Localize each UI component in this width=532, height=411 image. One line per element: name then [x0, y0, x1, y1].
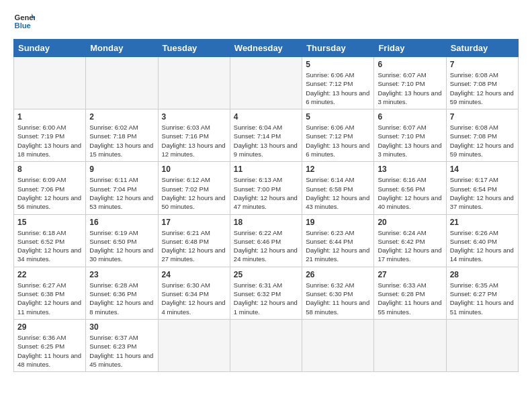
- calendar-cell: 6Sunrise: 6:07 AMSunset: 7:10 PMDaylight…: [374, 109, 446, 162]
- day-info: Sunrise: 6:22 AMSunset: 6:46 PMDaylight:…: [234, 228, 298, 264]
- day-number: 5: [306, 60, 370, 69]
- calendar-cell: 30Sunrise: 6:37 AMSunset: 6:23 PMDayligh…: [86, 319, 158, 371]
- day-info: Sunrise: 6:02 AMSunset: 7:18 PMDaylight:…: [89, 123, 154, 158]
- day-number: 1: [17, 112, 82, 122]
- day-info: Sunrise: 6:06 AMSunset: 7:12 PMDaylight:…: [306, 71, 370, 106]
- day-number: 5: [306, 112, 370, 122]
- day-number: 26: [306, 270, 370, 279]
- day-number: 28: [450, 270, 515, 279]
- day-info: Sunrise: 6:35 AMSunset: 6:27 PMDaylight:…: [450, 281, 515, 316]
- day-info: Sunrise: 6:18 AMSunset: 6:52 PMDaylight:…: [17, 228, 82, 264]
- calendar-cell: 12Sunrise: 6:14 AMSunset: 6:58 PMDayligh…: [302, 162, 374, 214]
- day-number: 13: [378, 165, 442, 174]
- day-info: Sunrise: 6:16 AMSunset: 6:56 PMDaylight:…: [378, 175, 442, 211]
- day-info: Sunrise: 6:08 AMSunset: 7:08 PMDaylight:…: [450, 123, 515, 158]
- day-info: Sunrise: 6:08 AMSunset: 7:08 PMDaylight:…: [450, 71, 515, 106]
- calendar-cell: 20Sunrise: 6:24 AMSunset: 6:42 PMDayligh…: [374, 214, 446, 267]
- calendar-cell: 18Sunrise: 6:22 AMSunset: 6:46 PMDayligh…: [230, 214, 302, 267]
- weekday-header-tuesday: Tuesday: [158, 40, 230, 57]
- day-number: 23: [89, 270, 154, 279]
- calendar-cell: 7Sunrise: 6:08 AMSunset: 7:08 PMDaylight…: [446, 109, 518, 162]
- weekday-header-wednesday: Wednesday: [230, 40, 302, 57]
- weekday-header-friday: Friday: [374, 40, 446, 57]
- calendar-cell: 23Sunrise: 6:28 AMSunset: 6:36 PMDayligh…: [86, 267, 158, 319]
- day-info: Sunrise: 6:17 AMSunset: 6:54 PMDaylight:…: [450, 175, 515, 211]
- calendar-cell: [86, 57, 158, 109]
- day-number: 17: [162, 218, 226, 227]
- day-info: Sunrise: 6:07 AMSunset: 7:10 PMDaylight:…: [378, 71, 442, 106]
- calendar-cell: [302, 319, 374, 371]
- day-info: Sunrise: 6:37 AMSunset: 6:23 PMDaylight:…: [89, 333, 154, 369]
- day-number: 6: [378, 112, 442, 122]
- header: General Blue: [13, 11, 519, 32]
- calendar-cell: 28Sunrise: 6:35 AMSunset: 6:27 PMDayligh…: [446, 267, 518, 319]
- day-info: Sunrise: 6:32 AMSunset: 6:30 PMDaylight:…: [306, 281, 370, 316]
- calendar-cell: 11Sunrise: 6:13 AMSunset: 7:00 PMDayligh…: [230, 162, 302, 214]
- day-info: Sunrise: 6:28 AMSunset: 6:36 PMDaylight:…: [89, 281, 154, 316]
- day-number: 18: [234, 218, 298, 227]
- day-number: 3: [162, 112, 226, 122]
- day-info: Sunrise: 6:07 AMSunset: 7:10 PMDaylight:…: [378, 123, 442, 158]
- calendar-cell: [158, 57, 230, 109]
- calendar-cell: 27Sunrise: 6:33 AMSunset: 6:28 PMDayligh…: [374, 267, 446, 319]
- day-number: 12: [306, 165, 370, 174]
- calendar-cell: [446, 319, 518, 371]
- day-number: 6: [378, 60, 442, 69]
- weekday-header-sunday: Sunday: [14, 40, 86, 57]
- weekday-header-monday: Monday: [86, 40, 158, 57]
- day-number: 24: [162, 270, 226, 279]
- day-info: Sunrise: 6:03 AMSunset: 7:16 PMDaylight:…: [162, 123, 226, 158]
- day-info: Sunrise: 6:14 AMSunset: 6:58 PMDaylight:…: [306, 175, 370, 211]
- calendar-cell: [14, 57, 86, 109]
- calendar-cell: 24Sunrise: 6:30 AMSunset: 6:34 PMDayligh…: [158, 267, 230, 319]
- calendar-cell: 22Sunrise: 6:27 AMSunset: 6:38 PMDayligh…: [14, 267, 86, 319]
- day-info: Sunrise: 6:12 AMSunset: 7:02 PMDaylight:…: [162, 175, 226, 211]
- calendar-cell: 15Sunrise: 6:18 AMSunset: 6:52 PMDayligh…: [14, 214, 86, 267]
- calendar-cell: 10Sunrise: 6:12 AMSunset: 7:02 PMDayligh…: [158, 162, 230, 214]
- calendar-cell: [230, 319, 302, 371]
- day-number: 7: [450, 60, 515, 69]
- day-number: 8: [17, 165, 82, 174]
- day-number: 16: [89, 218, 154, 227]
- day-number: 22: [17, 270, 82, 279]
- calendar-cell: 8Sunrise: 6:09 AMSunset: 7:06 PMDaylight…: [14, 162, 86, 214]
- calendar-cell: 5Sunrise: 6:06 AMSunset: 7:12 PMDaylight…: [302, 109, 374, 162]
- logo-icon: General Blue: [13, 11, 35, 32]
- calendar: SundayMondayTuesdayWednesdayThursdayFrid…: [13, 39, 519, 372]
- day-number: 30: [89, 322, 154, 332]
- calendar-cell: 7Sunrise: 6:08 AMSunset: 7:08 PMDaylight…: [446, 57, 518, 109]
- calendar-cell: 25Sunrise: 6:31 AMSunset: 6:32 PMDayligh…: [230, 267, 302, 319]
- weekday-header-saturday: Saturday: [446, 40, 518, 57]
- day-info: Sunrise: 6:13 AMSunset: 7:00 PMDaylight:…: [234, 175, 298, 211]
- calendar-cell: [230, 57, 302, 109]
- svg-text:Blue: Blue: [15, 21, 31, 30]
- day-info: Sunrise: 6:06 AMSunset: 7:12 PMDaylight:…: [306, 123, 370, 158]
- calendar-cell: 4Sunrise: 6:04 AMSunset: 7:14 PMDaylight…: [230, 109, 302, 162]
- calendar-cell: 19Sunrise: 6:23 AMSunset: 6:44 PMDayligh…: [302, 214, 374, 267]
- calendar-cell: 6Sunrise: 6:07 AMSunset: 7:10 PMDaylight…: [374, 57, 446, 109]
- calendar-cell: 13Sunrise: 6:16 AMSunset: 6:56 PMDayligh…: [374, 162, 446, 214]
- calendar-cell: 29Sunrise: 6:36 AMSunset: 6:25 PMDayligh…: [14, 319, 86, 371]
- day-info: Sunrise: 6:33 AMSunset: 6:28 PMDaylight:…: [378, 281, 442, 316]
- day-info: Sunrise: 6:23 AMSunset: 6:44 PMDaylight:…: [306, 228, 370, 264]
- calendar-cell: 3Sunrise: 6:03 AMSunset: 7:16 PMDaylight…: [158, 109, 230, 162]
- calendar-cell: [374, 319, 446, 371]
- calendar-cell: 21Sunrise: 6:26 AMSunset: 6:40 PMDayligh…: [446, 214, 518, 267]
- day-info: Sunrise: 6:09 AMSunset: 7:06 PMDaylight:…: [17, 175, 82, 211]
- calendar-cell: 14Sunrise: 6:17 AMSunset: 6:54 PMDayligh…: [446, 162, 518, 214]
- page: General Blue SundayMondayTuesdayWednesda…: [0, 0, 532, 411]
- day-number: 15: [17, 218, 82, 227]
- day-info: Sunrise: 6:11 AMSunset: 7:04 PMDaylight:…: [89, 175, 154, 211]
- day-info: Sunrise: 6:36 AMSunset: 6:25 PMDaylight:…: [17, 333, 82, 369]
- day-info: Sunrise: 6:26 AMSunset: 6:40 PMDaylight:…: [450, 228, 515, 264]
- day-info: Sunrise: 6:24 AMSunset: 6:42 PMDaylight:…: [378, 228, 442, 264]
- day-info: Sunrise: 6:04 AMSunset: 7:14 PMDaylight:…: [234, 123, 298, 158]
- day-info: Sunrise: 6:31 AMSunset: 6:32 PMDaylight:…: [234, 281, 298, 316]
- day-info: Sunrise: 6:19 AMSunset: 6:50 PMDaylight:…: [89, 228, 154, 264]
- day-number: 4: [234, 112, 298, 122]
- day-number: 20: [378, 218, 442, 227]
- day-number: 11: [234, 165, 298, 174]
- day-number: 19: [306, 218, 370, 227]
- calendar-cell: 2Sunrise: 6:02 AMSunset: 7:18 PMDaylight…: [86, 109, 158, 162]
- calendar-cell: 9Sunrise: 6:11 AMSunset: 7:04 PMDaylight…: [86, 162, 158, 214]
